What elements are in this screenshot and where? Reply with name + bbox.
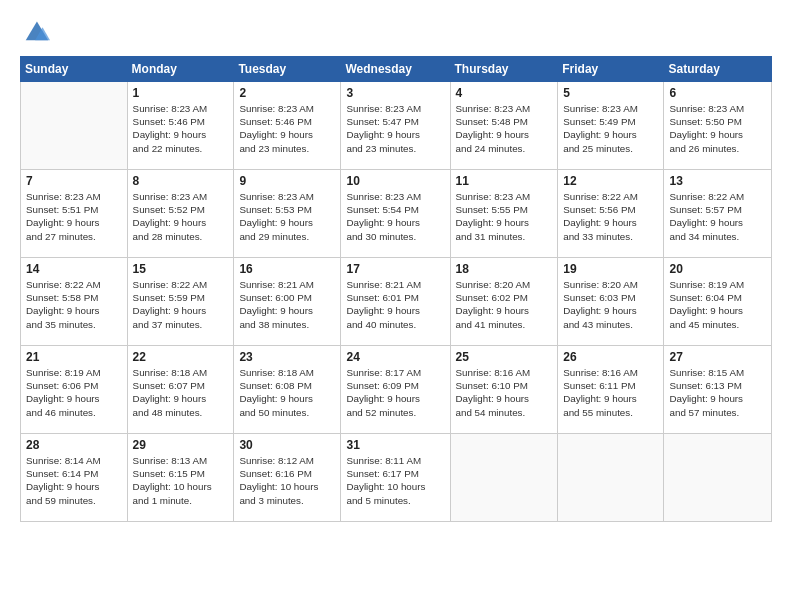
- day-cell: 1Sunrise: 8:23 AMSunset: 5:46 PMDaylight…: [127, 82, 234, 170]
- day-number: 18: [456, 262, 553, 276]
- day-info: Sunrise: 8:17 AMSunset: 6:09 PMDaylight:…: [346, 366, 444, 419]
- day-cell: 31Sunrise: 8:11 AMSunset: 6:17 PMDayligh…: [341, 434, 450, 522]
- day-info: Sunrise: 8:15 AMSunset: 6:13 PMDaylight:…: [669, 366, 766, 419]
- day-info: Sunrise: 8:23 AMSunset: 5:49 PMDaylight:…: [563, 102, 658, 155]
- day-cell: 30Sunrise: 8:12 AMSunset: 6:16 PMDayligh…: [234, 434, 341, 522]
- day-info: Sunrise: 8:19 AMSunset: 6:06 PMDaylight:…: [26, 366, 122, 419]
- day-cell: 12Sunrise: 8:22 AMSunset: 5:56 PMDayligh…: [558, 170, 664, 258]
- day-info: Sunrise: 8:23 AMSunset: 5:55 PMDaylight:…: [456, 190, 553, 243]
- day-number: 28: [26, 438, 122, 452]
- day-number: 5: [563, 86, 658, 100]
- day-cell: 4Sunrise: 8:23 AMSunset: 5:48 PMDaylight…: [450, 82, 558, 170]
- weekday-header-wednesday: Wednesday: [341, 57, 450, 82]
- day-cell: 27Sunrise: 8:15 AMSunset: 6:13 PMDayligh…: [664, 346, 772, 434]
- calendar-table: SundayMondayTuesdayWednesdayThursdayFrid…: [20, 56, 772, 522]
- day-info: Sunrise: 8:11 AMSunset: 6:17 PMDaylight:…: [346, 454, 444, 507]
- day-number: 31: [346, 438, 444, 452]
- day-cell: 23Sunrise: 8:18 AMSunset: 6:08 PMDayligh…: [234, 346, 341, 434]
- week-row-1: 1Sunrise: 8:23 AMSunset: 5:46 PMDaylight…: [21, 82, 772, 170]
- day-info: Sunrise: 8:23 AMSunset: 5:46 PMDaylight:…: [133, 102, 229, 155]
- day-cell: 28Sunrise: 8:14 AMSunset: 6:14 PMDayligh…: [21, 434, 128, 522]
- day-number: 6: [669, 86, 766, 100]
- day-number: 29: [133, 438, 229, 452]
- day-cell: 2Sunrise: 8:23 AMSunset: 5:46 PMDaylight…: [234, 82, 341, 170]
- day-cell: 10Sunrise: 8:23 AMSunset: 5:54 PMDayligh…: [341, 170, 450, 258]
- day-number: 17: [346, 262, 444, 276]
- day-number: 12: [563, 174, 658, 188]
- day-info: Sunrise: 8:22 AMSunset: 5:56 PMDaylight:…: [563, 190, 658, 243]
- week-row-4: 21Sunrise: 8:19 AMSunset: 6:06 PMDayligh…: [21, 346, 772, 434]
- header: [20, 16, 772, 44]
- day-info: Sunrise: 8:23 AMSunset: 5:51 PMDaylight:…: [26, 190, 122, 243]
- day-info: Sunrise: 8:16 AMSunset: 6:10 PMDaylight:…: [456, 366, 553, 419]
- weekday-header-thursday: Thursday: [450, 57, 558, 82]
- logo: [20, 16, 50, 44]
- day-number: 27: [669, 350, 766, 364]
- day-info: Sunrise: 8:20 AMSunset: 6:02 PMDaylight:…: [456, 278, 553, 331]
- page: SundayMondayTuesdayWednesdayThursdayFrid…: [0, 0, 792, 612]
- day-info: Sunrise: 8:23 AMSunset: 5:47 PMDaylight:…: [346, 102, 444, 155]
- day-cell: [558, 434, 664, 522]
- day-number: 22: [133, 350, 229, 364]
- day-info: Sunrise: 8:22 AMSunset: 5:57 PMDaylight:…: [669, 190, 766, 243]
- day-cell: [21, 82, 128, 170]
- day-cell: 25Sunrise: 8:16 AMSunset: 6:10 PMDayligh…: [450, 346, 558, 434]
- day-cell: 18Sunrise: 8:20 AMSunset: 6:02 PMDayligh…: [450, 258, 558, 346]
- day-info: Sunrise: 8:18 AMSunset: 6:07 PMDaylight:…: [133, 366, 229, 419]
- day-cell: 11Sunrise: 8:23 AMSunset: 5:55 PMDayligh…: [450, 170, 558, 258]
- day-info: Sunrise: 8:23 AMSunset: 5:53 PMDaylight:…: [239, 190, 335, 243]
- day-info: Sunrise: 8:19 AMSunset: 6:04 PMDaylight:…: [669, 278, 766, 331]
- day-number: 30: [239, 438, 335, 452]
- day-info: Sunrise: 8:12 AMSunset: 6:16 PMDaylight:…: [239, 454, 335, 507]
- day-cell: [664, 434, 772, 522]
- day-cell: [450, 434, 558, 522]
- day-cell: 22Sunrise: 8:18 AMSunset: 6:07 PMDayligh…: [127, 346, 234, 434]
- weekday-header-sunday: Sunday: [21, 57, 128, 82]
- day-cell: 3Sunrise: 8:23 AMSunset: 5:47 PMDaylight…: [341, 82, 450, 170]
- day-cell: 16Sunrise: 8:21 AMSunset: 6:00 PMDayligh…: [234, 258, 341, 346]
- day-number: 21: [26, 350, 122, 364]
- week-row-2: 7Sunrise: 8:23 AMSunset: 5:51 PMDaylight…: [21, 170, 772, 258]
- day-number: 9: [239, 174, 335, 188]
- day-info: Sunrise: 8:21 AMSunset: 6:01 PMDaylight:…: [346, 278, 444, 331]
- day-number: 14: [26, 262, 122, 276]
- day-number: 20: [669, 262, 766, 276]
- logo-icon: [22, 16, 50, 44]
- day-cell: 20Sunrise: 8:19 AMSunset: 6:04 PMDayligh…: [664, 258, 772, 346]
- day-info: Sunrise: 8:23 AMSunset: 5:50 PMDaylight:…: [669, 102, 766, 155]
- day-cell: 6Sunrise: 8:23 AMSunset: 5:50 PMDaylight…: [664, 82, 772, 170]
- day-number: 8: [133, 174, 229, 188]
- day-number: 26: [563, 350, 658, 364]
- day-info: Sunrise: 8:21 AMSunset: 6:00 PMDaylight:…: [239, 278, 335, 331]
- day-number: 10: [346, 174, 444, 188]
- day-number: 15: [133, 262, 229, 276]
- day-number: 3: [346, 86, 444, 100]
- day-info: Sunrise: 8:23 AMSunset: 5:52 PMDaylight:…: [133, 190, 229, 243]
- day-number: 23: [239, 350, 335, 364]
- day-cell: 5Sunrise: 8:23 AMSunset: 5:49 PMDaylight…: [558, 82, 664, 170]
- day-info: Sunrise: 8:14 AMSunset: 6:14 PMDaylight:…: [26, 454, 122, 507]
- day-number: 19: [563, 262, 658, 276]
- day-info: Sunrise: 8:18 AMSunset: 6:08 PMDaylight:…: [239, 366, 335, 419]
- weekday-header-row: SundayMondayTuesdayWednesdayThursdayFrid…: [21, 57, 772, 82]
- weekday-header-monday: Monday: [127, 57, 234, 82]
- day-cell: 29Sunrise: 8:13 AMSunset: 6:15 PMDayligh…: [127, 434, 234, 522]
- day-cell: 15Sunrise: 8:22 AMSunset: 5:59 PMDayligh…: [127, 258, 234, 346]
- day-number: 2: [239, 86, 335, 100]
- day-number: 24: [346, 350, 444, 364]
- day-number: 7: [26, 174, 122, 188]
- day-cell: 24Sunrise: 8:17 AMSunset: 6:09 PMDayligh…: [341, 346, 450, 434]
- day-info: Sunrise: 8:16 AMSunset: 6:11 PMDaylight:…: [563, 366, 658, 419]
- day-cell: 19Sunrise: 8:20 AMSunset: 6:03 PMDayligh…: [558, 258, 664, 346]
- day-cell: 26Sunrise: 8:16 AMSunset: 6:11 PMDayligh…: [558, 346, 664, 434]
- day-cell: 9Sunrise: 8:23 AMSunset: 5:53 PMDaylight…: [234, 170, 341, 258]
- weekday-header-friday: Friday: [558, 57, 664, 82]
- day-number: 11: [456, 174, 553, 188]
- day-number: 16: [239, 262, 335, 276]
- day-number: 1: [133, 86, 229, 100]
- day-cell: 13Sunrise: 8:22 AMSunset: 5:57 PMDayligh…: [664, 170, 772, 258]
- day-cell: 17Sunrise: 8:21 AMSunset: 6:01 PMDayligh…: [341, 258, 450, 346]
- day-cell: 8Sunrise: 8:23 AMSunset: 5:52 PMDaylight…: [127, 170, 234, 258]
- day-info: Sunrise: 8:22 AMSunset: 5:58 PMDaylight:…: [26, 278, 122, 331]
- day-number: 4: [456, 86, 553, 100]
